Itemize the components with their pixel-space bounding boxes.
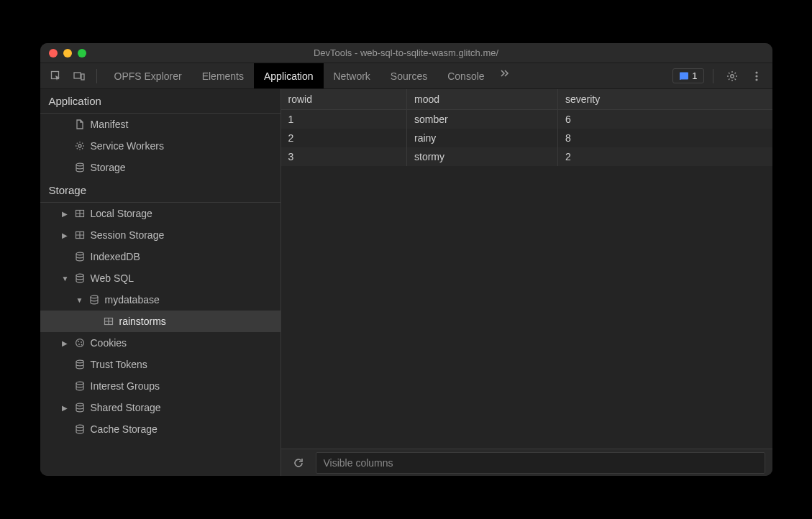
issues-count: 1 [692, 70, 697, 81]
sidebar-item-cache-storage[interactable]: Cache Storage [40, 418, 280, 440]
cell-rowid: 2 [281, 129, 407, 147]
table-row[interactable]: 2rainy8 [281, 129, 772, 147]
chevron-double-right-icon [500, 68, 510, 78]
cell-rowid: 3 [281, 147, 407, 166]
minimize-window-button[interactable] [63, 49, 72, 58]
chevron-right-icon[interactable]: ▶ [62, 231, 69, 239]
refresh-icon [293, 457, 304, 469]
db-icon [73, 273, 86, 283]
window-title: DevTools - web-sql-to-sqlite-wasm.glitch… [40, 47, 772, 58]
sidebar-item-web-sql[interactable]: ▼Web SQL [40, 267, 280, 289]
sidebar-item-indexeddb[interactable]: IndexedDB [40, 246, 280, 267]
svg-point-14 [91, 295, 98, 298]
close-window-button[interactable] [49, 49, 58, 58]
kebab-icon [755, 71, 758, 81]
sidebar-item-label: Manifest [91, 119, 129, 130]
svg-point-17 [78, 341, 79, 342]
db-icon [73, 359, 86, 369]
svg-point-19 [78, 344, 80, 345]
svg-rect-1 [74, 73, 81, 78]
svg-rect-2 [81, 74, 84, 80]
sidebar-item-service-workers[interactable]: Service Workers [40, 135, 280, 157]
grid-icon [73, 230, 86, 240]
chevron-down-icon[interactable]: ▼ [62, 275, 69, 283]
refresh-button[interactable] [288, 453, 309, 473]
db-icon [73, 403, 86, 413]
data-grid: rowid mood severity 1somber62rainy83stor… [281, 89, 772, 166]
sidebar-item-shared-storage[interactable]: ▶Shared Storage [40, 397, 280, 418]
table-header-row: rowid mood severity [281, 89, 772, 110]
issues-button[interactable]: 1 [672, 68, 703, 83]
grid-icon [102, 316, 115, 326]
sidebar-item-mydatabase[interactable]: ▼mydatabase [40, 289, 280, 311]
tab-sources[interactable]: Sources [380, 63, 437, 88]
toolbar-right: 1 [672, 66, 766, 86]
tab-opfs-explorer[interactable]: OPFS Explorer [104, 63, 192, 88]
cookie-icon [73, 338, 86, 348]
more-options-button[interactable] [747, 66, 767, 86]
svg-point-18 [81, 341, 82, 343]
tab-console[interactable]: Console [437, 63, 494, 88]
section-header-application: Application [40, 89, 280, 114]
sidebar-item-label: Shared Storage [91, 402, 161, 413]
cell-mood: rainy [407, 129, 558, 147]
sidebar-item-interest-groups[interactable]: Interest Groups [40, 375, 280, 397]
maximize-window-button[interactable] [78, 49, 86, 58]
db-icon [73, 381, 86, 391]
svg-point-6 [755, 75, 757, 77]
table-row[interactable]: 1somber6 [281, 110, 772, 129]
column-header-mood[interactable]: mood [407, 89, 558, 110]
sidebar-item-cookies[interactable]: ▶Cookies [40, 332, 280, 354]
svg-point-7 [755, 78, 757, 81]
table-scroll[interactable]: rowid mood severity 1somber62rainy83stor… [281, 89, 772, 449]
device-toggle-button[interactable] [69, 66, 89, 86]
tab-network[interactable]: Network [324, 63, 380, 88]
cell-rowid: 1 [281, 110, 407, 129]
traffic-lights [49, 49, 86, 58]
svg-point-13 [76, 274, 83, 277]
svg-point-21 [76, 360, 83, 363]
sidebar-item-label: Trust Tokens [91, 359, 147, 370]
svg-point-12 [76, 252, 83, 255]
sidebar-item-trust-tokens[interactable]: Trust Tokens [40, 354, 280, 375]
sidebar-item-label: Interest Groups [91, 380, 160, 392]
sidebar-item-rainstorms[interactable]: rainstorms [40, 311, 280, 332]
sidebar-item-label: IndexedDB [91, 251, 140, 262]
settings-button[interactable] [722, 66, 742, 86]
table-row[interactable]: 3stormy2 [281, 147, 772, 166]
main-toolbar: OPFS Explorer Elements Application Netwo… [40, 63, 772, 89]
svg-point-9 [76, 163, 83, 166]
toolbar-divider [96, 69, 97, 83]
sidebar-item-label: Local Storage [91, 208, 152, 219]
sidebar-item-session-storage[interactable]: ▶Session Storage [40, 224, 280, 246]
content-area: Application ManifestService WorkersStora… [40, 89, 772, 476]
svg-rect-3 [680, 72, 688, 79]
application-sidebar: Application ManifestService WorkersStora… [40, 89, 281, 476]
section-header-storage: Storage [40, 178, 280, 203]
svg-point-23 [76, 403, 83, 406]
chevron-right-icon[interactable]: ▶ [62, 339, 69, 347]
tab-application[interactable]: Application [254, 63, 324, 88]
tab-elements[interactable]: Elements [192, 63, 254, 88]
inspect-element-button[interactable] [46, 66, 66, 86]
svg-point-16 [76, 339, 83, 347]
devtools-window: DevTools - web-sql-to-sqlite-wasm.glitch… [40, 43, 772, 476]
visible-columns-input[interactable] [316, 452, 765, 474]
sidebar-item-label: Storage [91, 162, 126, 173]
sidebar-item-label: Web SQL [91, 272, 134, 284]
sidebar-item-local-storage[interactable]: ▶Local Storage [40, 203, 280, 224]
column-header-rowid[interactable]: rowid [281, 89, 407, 110]
device-icon [73, 70, 85, 82]
sidebar-item-storage[interactable]: Storage [40, 157, 280, 178]
cell-severity: 6 [558, 110, 772, 129]
svg-point-8 [78, 144, 81, 147]
column-header-severity[interactable]: severity [558, 89, 772, 110]
chevron-right-icon[interactable]: ▶ [62, 404, 69, 412]
chevron-down-icon[interactable]: ▼ [76, 296, 83, 304]
titlebar: DevTools - web-sql-to-sqlite-wasm.glitch… [40, 43, 772, 63]
more-tabs-button[interactable] [495, 63, 515, 83]
chevron-right-icon[interactable]: ▶ [62, 210, 69, 218]
table-footer-bar [281, 449, 772, 476]
db-icon [73, 162, 86, 173]
sidebar-item-manifest[interactable]: Manifest [40, 114, 280, 135]
